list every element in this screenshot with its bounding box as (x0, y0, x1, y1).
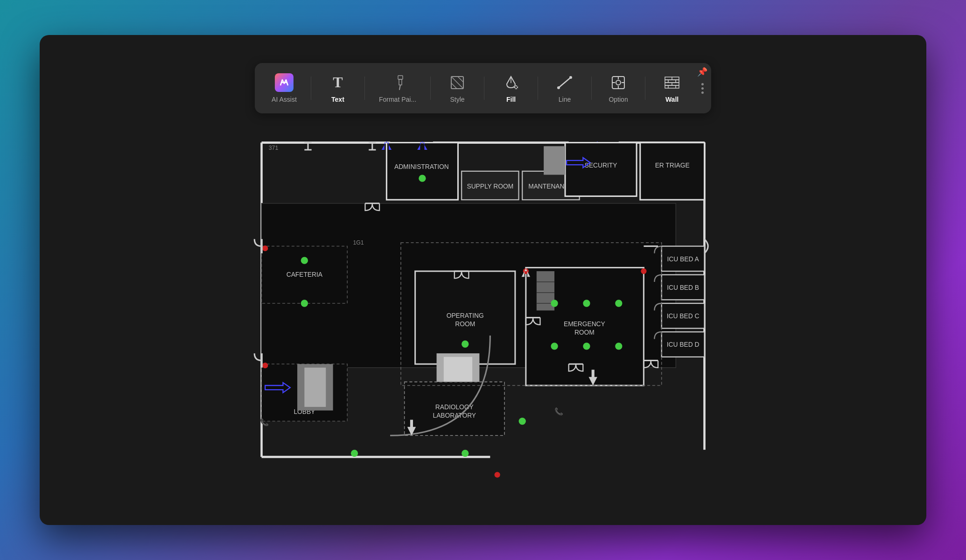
ai-assist-icon (275, 73, 294, 92)
svg-text:CAFETERIA: CAFETERIA (287, 271, 323, 278)
screen-container: AI Assist T Text Format Pai... (40, 35, 926, 525)
svg-point-57 (551, 300, 558, 307)
more-options[interactable] (698, 83, 707, 94)
floorplan[interactable]: ADMINISTRATION SUPPLY ROOM MA (168, 128, 798, 478)
divider-2 (364, 77, 365, 100)
canvas-area: ADMINISTRATION SUPPLY ROOM MA (168, 128, 798, 478)
svg-point-6 (569, 76, 572, 79)
svg-text:📞: 📞 (554, 407, 564, 416)
svg-point-64 (641, 268, 646, 274)
svg-text:ICU BED D: ICU BED D (667, 341, 700, 348)
svg-point-86 (494, 472, 500, 477)
svg-point-84 (351, 450, 358, 457)
svg-text:1G1: 1G1 (353, 239, 364, 246)
svg-text:ER TRIAGE: ER TRIAGE (655, 162, 690, 169)
svg-point-59 (551, 343, 558, 350)
svg-rect-30 (565, 143, 637, 196)
divider-3 (430, 77, 431, 100)
svg-rect-49 (444, 357, 472, 385)
svg-text:ICU BED A: ICU BED A (667, 256, 700, 263)
svg-rect-10 (665, 80, 679, 83)
toolbar-label-line: Line (559, 96, 571, 103)
svg-point-47 (462, 341, 469, 348)
toolbar-label-wall: Wall (665, 96, 679, 103)
svg-rect-34 (544, 146, 565, 175)
style-icon (448, 73, 467, 92)
svg-rect-2 (399, 79, 402, 85)
divider-6 (591, 77, 592, 100)
divider-7 (645, 77, 645, 100)
svg-point-58 (583, 300, 590, 307)
toolbar-item-line[interactable]: Line (539, 68, 590, 109)
divider-4 (484, 77, 484, 100)
toolbar-label-format-painter: Format Pai... (379, 96, 416, 103)
toolbar-item-format-painter[interactable]: Format Pai... (366, 68, 429, 109)
svg-point-85 (462, 450, 469, 457)
svg-text:LABORATORY: LABORATORY (433, 412, 476, 419)
toolbar-item-wall[interactable]: Wall (646, 68, 698, 109)
svg-text:371: 371 (269, 145, 279, 151)
toolbar-label-text: Text (331, 96, 344, 103)
toolbar-label-option: Option (609, 96, 628, 103)
divider-5 (538, 77, 538, 100)
toolbar-item-style[interactable]: Style (432, 68, 483, 109)
svg-text:ADMINISTRATION: ADMINISTRATION (394, 163, 449, 170)
svg-text:OPERATING: OPERATING (447, 312, 484, 319)
toolbar-item-fill[interactable]: Fill (485, 68, 537, 109)
option-icon (609, 73, 628, 92)
toolbar: AI Assist T Text Format Pai... (255, 63, 711, 113)
svg-text:📞: 📞 (260, 418, 269, 427)
svg-rect-12 (665, 85, 679, 88)
toolbar-label-style: Style (450, 96, 465, 103)
toolbar-label-fill: Fill (506, 96, 516, 103)
svg-text:ICU BED B: ICU BED B (667, 284, 699, 291)
format-painter-icon (388, 73, 407, 92)
svg-point-43 (262, 245, 268, 251)
svg-point-60 (583, 343, 590, 350)
svg-point-77 (262, 363, 268, 368)
divider-1 (311, 77, 311, 100)
svg-point-5 (557, 86, 560, 89)
line-icon (555, 73, 574, 92)
svg-text:EMERGENCY: EMERGENCY (564, 321, 605, 328)
svg-text:ICU BED C: ICU BED C (667, 313, 700, 320)
svg-text:ROOM: ROOM (574, 329, 595, 336)
svg-rect-79 (304, 368, 326, 407)
svg-point-41 (301, 257, 308, 264)
svg-point-8 (616, 80, 621, 85)
svg-point-62 (615, 343, 622, 350)
svg-rect-32 (640, 143, 705, 200)
svg-text:ROOM: ROOM (455, 321, 475, 328)
svg-text:SUPPLY ROOM: SUPPLY ROOM (467, 183, 513, 190)
toolbar-item-text[interactable]: T Text (312, 68, 364, 109)
svg-point-61 (615, 300, 622, 307)
svg-point-83 (519, 418, 526, 425)
wall-icon (663, 73, 681, 92)
toolbar-label-ai-assist: AI Assist (272, 96, 297, 103)
svg-point-25 (419, 175, 426, 182)
toolbar-item-ai-assist[interactable]: AI Assist (259, 68, 310, 109)
svg-point-42 (301, 300, 308, 307)
text-icon: T (329, 73, 347, 92)
svg-rect-20 (386, 143, 458, 200)
svg-text:T: T (333, 74, 343, 91)
pin-icon[interactable]: 📌 (697, 67, 707, 77)
fill-icon (502, 73, 520, 92)
svg-rect-1 (398, 76, 403, 79)
toolbar-item-option[interactable]: Option (593, 68, 644, 109)
